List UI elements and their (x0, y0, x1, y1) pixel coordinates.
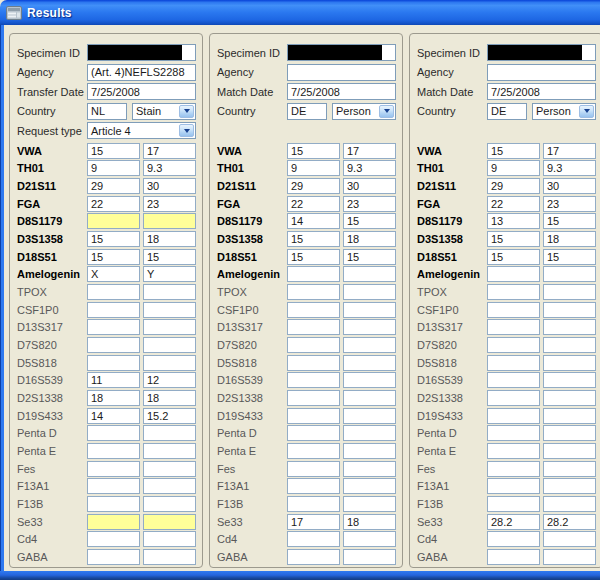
allele-input[interactable]: 15 (143, 249, 196, 265)
country-code-input[interactable]: DE (487, 103, 527, 120)
allele-input[interactable] (87, 284, 140, 300)
allele-input[interactable] (543, 496, 596, 512)
allele-input[interactable]: 15 (487, 249, 540, 265)
allele-input[interactable] (543, 284, 596, 300)
allele-input[interactable] (343, 390, 396, 406)
allele-input[interactable] (87, 531, 140, 547)
allele-input[interactable] (543, 390, 596, 406)
allele-input[interactable] (143, 319, 196, 335)
allele-input[interactable]: 29 (87, 178, 140, 194)
allele-input[interactable] (543, 531, 596, 547)
allele-input[interactable] (543, 355, 596, 371)
allele-input[interactable] (87, 514, 140, 530)
allele-input[interactable] (487, 478, 540, 494)
allele-input[interactable] (143, 302, 196, 318)
allele-input[interactable]: 17 (343, 143, 396, 159)
allele-input[interactable] (487, 408, 540, 424)
allele-input[interactable] (543, 372, 596, 388)
allele-input[interactable]: 18 (343, 231, 396, 247)
allele-input[interactable] (287, 496, 340, 512)
dropdown-arrow-icon[interactable] (579, 105, 594, 118)
allele-input[interactable] (343, 549, 396, 565)
allele-input[interactable]: 28.2 (487, 514, 540, 530)
allele-input[interactable] (287, 319, 340, 335)
agency-input[interactable] (487, 64, 596, 81)
allele-input[interactable] (543, 337, 596, 353)
allele-input[interactable]: 12 (143, 372, 196, 388)
allele-input[interactable]: 23 (343, 196, 396, 212)
request-type-combobox[interactable]: Article 4 (87, 122, 196, 139)
allele-input[interactable] (343, 408, 396, 424)
allele-input[interactable] (87, 478, 140, 494)
allele-input[interactable]: 18 (543, 231, 596, 247)
allele-input[interactable] (487, 319, 540, 335)
allele-input[interactable] (143, 549, 196, 565)
date-input[interactable]: 7/25/2008 (487, 83, 596, 100)
allele-input[interactable]: 14 (287, 213, 340, 229)
date-input[interactable]: 7/25/2008 (87, 83, 196, 100)
allele-input[interactable] (87, 549, 140, 565)
allele-input[interactable] (487, 372, 540, 388)
allele-input[interactable] (287, 337, 340, 353)
allele-input[interactable]: 22 (487, 196, 540, 212)
allele-input[interactable] (143, 496, 196, 512)
allele-input[interactable]: 9.3 (143, 160, 196, 176)
allele-input[interactable]: Y (143, 266, 196, 282)
allele-input[interactable]: 15 (287, 231, 340, 247)
allele-input[interactable] (287, 408, 340, 424)
allele-input[interactable]: 17 (543, 143, 596, 159)
allele-input[interactable] (287, 372, 340, 388)
allele-input[interactable] (143, 425, 196, 441)
title-bar[interactable]: Results (0, 0, 600, 25)
allele-input[interactable] (87, 461, 140, 477)
allele-input[interactable]: 18 (143, 231, 196, 247)
allele-input[interactable]: 9 (487, 160, 540, 176)
agency-input[interactable]: (Art. 4)NEFLS2288 (87, 64, 196, 81)
allele-input[interactable]: 30 (343, 178, 396, 194)
allele-input[interactable] (287, 549, 340, 565)
allele-input[interactable]: 15 (287, 249, 340, 265)
allele-input[interactable] (343, 337, 396, 353)
allele-input[interactable]: 9 (87, 160, 140, 176)
allele-input[interactable] (287, 390, 340, 406)
specimen-type-combobox[interactable]: Person (532, 103, 596, 120)
allele-input[interactable] (487, 337, 540, 353)
allele-input[interactable] (287, 478, 340, 494)
allele-input[interactable] (487, 266, 540, 282)
allele-input[interactable] (143, 213, 196, 229)
allele-input[interactable]: 15 (543, 213, 596, 229)
allele-input[interactable] (287, 284, 340, 300)
allele-input[interactable]: 15 (343, 249, 396, 265)
allele-input[interactable] (543, 408, 596, 424)
allele-input[interactable] (87, 496, 140, 512)
allele-input[interactable]: 15 (87, 143, 140, 159)
allele-input[interactable]: 13 (487, 213, 540, 229)
allele-input[interactable] (487, 443, 540, 459)
allele-input[interactable] (287, 355, 340, 371)
agency-input[interactable] (287, 64, 396, 81)
allele-input[interactable] (87, 443, 140, 459)
allele-input[interactable]: 30 (143, 178, 196, 194)
allele-input[interactable] (343, 496, 396, 512)
allele-input[interactable] (343, 425, 396, 441)
allele-input[interactable] (143, 478, 196, 494)
country-code-input[interactable]: DE (287, 103, 327, 120)
allele-input[interactable] (343, 302, 396, 318)
allele-input[interactable]: 15 (87, 249, 140, 265)
allele-input[interactable]: 14 (87, 408, 140, 424)
allele-input[interactable]: 11 (87, 372, 140, 388)
allele-input[interactable]: 15 (487, 143, 540, 159)
allele-input[interactable] (487, 390, 540, 406)
allele-input[interactable]: 9.3 (543, 160, 596, 176)
specimen-id-input[interactable] (287, 44, 396, 61)
allele-input[interactable]: 15 (87, 231, 140, 247)
allele-input[interactable] (343, 461, 396, 477)
allele-input[interactable]: 17 (143, 143, 196, 159)
allele-input[interactable] (287, 461, 340, 477)
allele-input[interactable] (87, 337, 140, 353)
allele-input[interactable]: 15 (487, 231, 540, 247)
specimen-id-input[interactable] (487, 44, 596, 61)
allele-input[interactable] (287, 425, 340, 441)
allele-input[interactable] (487, 496, 540, 512)
allele-input[interactable] (287, 443, 340, 459)
